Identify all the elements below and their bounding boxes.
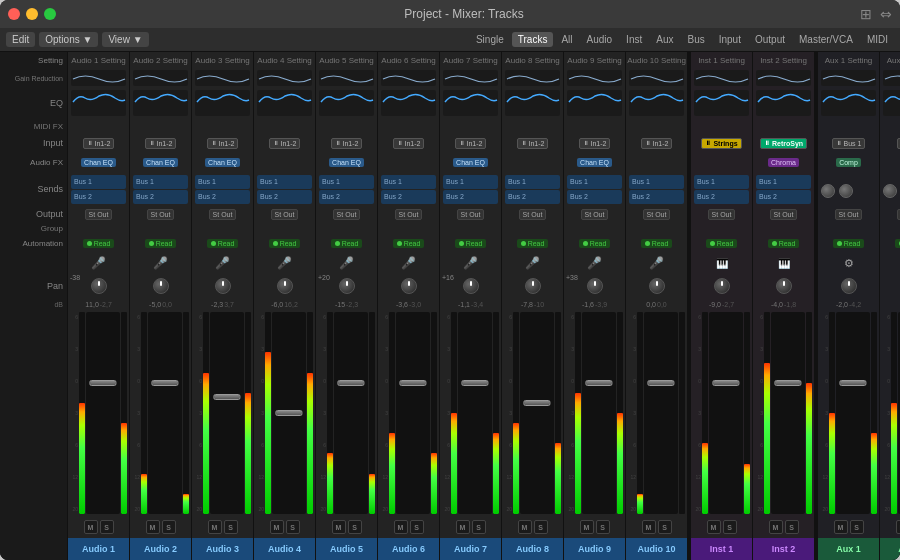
mute-button-audio8[interactable]: M bbox=[518, 520, 532, 534]
channel-eq-audio2[interactable] bbox=[130, 88, 191, 118]
channel-label-audio9[interactable]: Audio 9 bbox=[564, 538, 625, 560]
channel-sends-inst2[interactable]: Bus 1Bus 2 bbox=[753, 172, 814, 206]
channel-label-audio5[interactable]: Audio 5 bbox=[316, 538, 377, 560]
solo-button-audio5[interactable]: S bbox=[348, 520, 362, 534]
channel-label-audio8[interactable]: Audio 8 bbox=[502, 538, 563, 560]
channel-mic-aux1[interactable]: ⚙ bbox=[818, 252, 879, 274]
channel-sends-audio2[interactable]: Bus 1Bus 2 bbox=[130, 172, 191, 206]
channel-output-audio7[interactable]: St Out bbox=[440, 206, 501, 222]
channel-audiofx-audio5[interactable]: Chan EQ bbox=[316, 152, 377, 172]
channel-automation-audio5[interactable]: Read bbox=[316, 234, 377, 252]
solo-button-aux1[interactable]: S bbox=[850, 520, 864, 534]
channel-sends-inst1[interactable]: Bus 1Bus 2 bbox=[691, 172, 752, 206]
mute-button-audio6[interactable]: M bbox=[394, 520, 408, 534]
channel-label-audio2[interactable]: Audio 2 bbox=[130, 538, 191, 560]
channel-mic-inst1[interactable]: 🎹 bbox=[691, 252, 752, 274]
channel-fader-area-audio3[interactable]: 630361220 bbox=[192, 310, 253, 516]
tab-single[interactable]: Single bbox=[470, 32, 510, 47]
solo-button-audio8[interactable]: S bbox=[534, 520, 548, 534]
mute-button-audio3[interactable]: M bbox=[208, 520, 222, 534]
channel-pan-inst1[interactable] bbox=[691, 274, 752, 298]
channel-label-inst2[interactable]: Inst 2 bbox=[753, 538, 814, 560]
grid-icon[interactable]: ⊞ bbox=[860, 6, 872, 22]
channel-input-audio10[interactable]: ⏸ In1-2 bbox=[626, 134, 687, 152]
channel-sends-aux1[interactable] bbox=[818, 172, 879, 206]
channel-input-aux1[interactable]: ⏸ Bus 1 bbox=[818, 134, 879, 152]
channel-output-audio10[interactable]: St Out bbox=[626, 206, 687, 222]
tab-mastervca[interactable]: Master/VCA bbox=[793, 32, 859, 47]
channel-pan-audio6[interactable] bbox=[378, 274, 439, 298]
solo-button-audio6[interactable]: S bbox=[410, 520, 424, 534]
channel-setting-aux1[interactable]: Aux 1 Setting bbox=[818, 52, 879, 68]
channel-input-inst1[interactable]: ⏸ Strings bbox=[691, 134, 752, 152]
channel-eq-aux1[interactable] bbox=[818, 88, 879, 118]
channel-input-audio8[interactable]: ⏸ In1-2 bbox=[502, 134, 563, 152]
channel-audiofx-audio7[interactable]: Chan EQ bbox=[440, 152, 501, 172]
channel-setting-aux2[interactable]: Aux 2 Setting bbox=[880, 52, 900, 68]
channel-mic-audio10[interactable]: 🎤 bbox=[626, 252, 687, 274]
channel-automation-audio10[interactable]: Read bbox=[626, 234, 687, 252]
channel-audiofx-audio2[interactable]: Chan EQ bbox=[130, 152, 191, 172]
channel-pan-audio3[interactable] bbox=[192, 274, 253, 298]
channel-sends-audio7[interactable]: Bus 1Bus 2 bbox=[440, 172, 501, 206]
tab-all[interactable]: All bbox=[555, 32, 578, 47]
channel-output-audio8[interactable]: St Out bbox=[502, 206, 563, 222]
channel-audiofx-audio8[interactable] bbox=[502, 152, 563, 172]
channel-setting-audio5[interactable]: Audio 5 Setting bbox=[316, 52, 377, 68]
channel-automation-audio2[interactable]: Read bbox=[130, 234, 191, 252]
channel-audiofx-audio6[interactable] bbox=[378, 152, 439, 172]
channel-label-audio10[interactable]: Audio 10 bbox=[626, 538, 687, 560]
channel-output-audio2[interactable]: St Out bbox=[130, 206, 191, 222]
channel-pan-audio2[interactable] bbox=[130, 274, 191, 298]
channel-eq-inst1[interactable] bbox=[691, 88, 752, 118]
tab-input[interactable]: Input bbox=[713, 32, 747, 47]
mute-button-audio7[interactable]: M bbox=[456, 520, 470, 534]
channel-sends-audio10[interactable]: Bus 1Bus 2 bbox=[626, 172, 687, 206]
solo-button-audio9[interactable]: S bbox=[596, 520, 610, 534]
channel-input-audio6[interactable]: ⏸ In1-2 bbox=[378, 134, 439, 152]
channel-automation-audio9[interactable]: Read bbox=[564, 234, 625, 252]
mute-button-audio4[interactable]: M bbox=[270, 520, 284, 534]
channel-pan-aux2[interactable] bbox=[880, 274, 900, 298]
channel-mic-audio6[interactable]: 🎤 bbox=[378, 252, 439, 274]
channel-mic-audio5[interactable]: 🎤 bbox=[316, 252, 377, 274]
mute-button-audio9[interactable]: M bbox=[580, 520, 594, 534]
resize-icon[interactable]: ⇔ bbox=[880, 6, 892, 22]
channel-pan-inst2[interactable] bbox=[753, 274, 814, 298]
channel-pan-audio10[interactable] bbox=[626, 274, 687, 298]
tab-audio[interactable]: Audio bbox=[581, 32, 619, 47]
channel-fader-area-audio4[interactable]: 630361220 bbox=[254, 310, 315, 516]
maximize-button[interactable] bbox=[44, 8, 56, 20]
edit-button[interactable]: Edit bbox=[6, 32, 35, 47]
channel-input-audio9[interactable]: ⏸ In1-2 bbox=[564, 134, 625, 152]
channel-automation-aux1[interactable]: Read bbox=[818, 234, 879, 252]
channel-setting-audio7[interactable]: Audio 7 Setting bbox=[440, 52, 501, 68]
channel-audiofx-audio10[interactable] bbox=[626, 152, 687, 172]
channel-label-audio7[interactable]: Audio 7 bbox=[440, 538, 501, 560]
mute-button-aux2[interactable]: M bbox=[896, 520, 901, 534]
channel-audiofx-audio4[interactable] bbox=[254, 152, 315, 172]
channel-pan-audio4[interactable] bbox=[254, 274, 315, 298]
channel-input-audio4[interactable]: ⏸ In1-2 bbox=[254, 134, 315, 152]
channel-setting-inst1[interactable]: Inst 1 Setting bbox=[691, 52, 752, 68]
channel-fader-area-inst2[interactable]: 630361220 bbox=[753, 310, 814, 516]
channel-automation-aux2[interactable]: Read bbox=[880, 234, 900, 252]
channel-input-aux2[interactable]: ⏸ B 2 bbox=[880, 134, 900, 152]
channel-label-audio3[interactable]: Audio 3 bbox=[192, 538, 253, 560]
channel-automation-audio4[interactable]: Read bbox=[254, 234, 315, 252]
channel-pan-audio5[interactable]: +20 bbox=[316, 274, 377, 298]
tab-output[interactable]: Output bbox=[749, 32, 791, 47]
channel-audiofx-audio3[interactable]: Chan EQ bbox=[192, 152, 253, 172]
channel-label-inst1[interactable]: Inst 1 bbox=[691, 538, 752, 560]
mute-button-aux1[interactable]: M bbox=[834, 520, 848, 534]
channel-pan-aux1[interactable] bbox=[818, 274, 879, 298]
channel-eq-audio3[interactable] bbox=[192, 88, 253, 118]
channel-eq-audio9[interactable] bbox=[564, 88, 625, 118]
channel-audiofx-aux1[interactable]: Comp bbox=[818, 152, 879, 172]
channel-fader-area-audio1[interactable]: 630361220 bbox=[68, 310, 129, 516]
channel-input-audio7[interactable]: ⏸ In1-2 bbox=[440, 134, 501, 152]
mute-button-inst2[interactable]: M bbox=[769, 520, 783, 534]
channel-sends-audio6[interactable]: Bus 1Bus 2 bbox=[378, 172, 439, 206]
channel-input-inst2[interactable]: ⏸ RetroSyn bbox=[753, 134, 814, 152]
tab-aux[interactable]: Aux bbox=[650, 32, 679, 47]
